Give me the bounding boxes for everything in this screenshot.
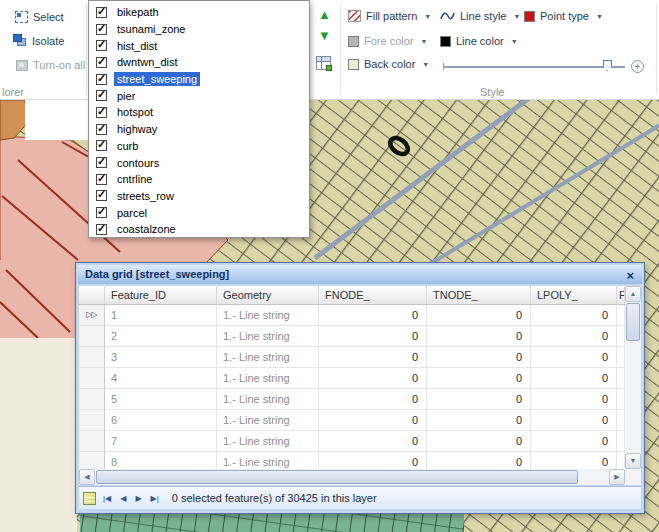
- nav-first-button[interactable]: |◀: [101, 494, 113, 503]
- move-layer-down-button[interactable]: ▼: [318, 29, 331, 42]
- close-icon[interactable]: ×: [626, 266, 634, 285]
- checkbox-checked-icon[interactable]: ✓: [96, 90, 107, 101]
- cell-partial[interactable]: [617, 305, 625, 326]
- row-selector[interactable]: ▷▷: [79, 305, 105, 326]
- slider-handle[interactable]: [603, 60, 612, 71]
- cell-fnode[interactable]: 0: [319, 347, 427, 368]
- table-row[interactable]: 2 1.- Line string 0 0 0: [79, 326, 625, 347]
- table-row[interactable]: ▷▷ 1 1.- Line string 0 0 0: [79, 305, 625, 326]
- cell-feature-id[interactable]: 5: [105, 389, 217, 410]
- cell-tnode[interactable]: 0: [427, 326, 531, 347]
- line-color-button[interactable]: Line color ▼: [440, 35, 518, 47]
- table-row[interactable]: 4 1.- Line string 0 0 0: [79, 368, 625, 389]
- cell-feature-id[interactable]: 6: [105, 410, 217, 431]
- checkbox-checked-icon[interactable]: ✓: [96, 140, 107, 151]
- cell-geometry[interactable]: 1.- Line string: [217, 410, 319, 431]
- layer-item-contours[interactable]: ✓ contours: [89, 154, 309, 171]
- layer-item-tsunami-zone[interactable]: ✓ tsunami_zone: [89, 21, 309, 38]
- row-selector[interactable]: [79, 368, 105, 389]
- checkbox-checked-icon[interactable]: ✓: [96, 7, 107, 18]
- cell-geometry[interactable]: 1.- Line string: [217, 347, 319, 368]
- cell-lpoly[interactable]: 0: [531, 389, 617, 410]
- horizontal-scroll-thumb[interactable]: [96, 470, 578, 484]
- cell-tnode[interactable]: 0: [427, 368, 531, 389]
- table-row[interactable]: 3 1.- Line string 0 0 0: [79, 347, 625, 368]
- checkbox-checked-icon[interactable]: ✓: [96, 124, 107, 135]
- window-titlebar[interactable]: Data grid [street_sweeping] ×: [78, 265, 642, 284]
- cell-geometry[interactable]: 1.- Line string: [217, 431, 319, 452]
- table-row[interactable]: 7 1.- Line string 0 0 0: [79, 431, 625, 452]
- row-selector[interactable]: [79, 389, 105, 410]
- vertical-scroll-thumb[interactable]: [626, 303, 640, 341]
- layer-item-hist-dist[interactable]: ✓ hist_dist: [89, 37, 309, 54]
- transparency-slider[interactable]: [443, 66, 625, 68]
- move-layer-up-button[interactable]: ▲: [318, 8, 331, 21]
- row-selector[interactable]: [79, 452, 105, 469]
- table-row[interactable]: 5 1.- Line string 0 0 0: [79, 389, 625, 410]
- horizontal-scrollbar[interactable]: ◀ ▶: [79, 469, 625, 485]
- column-header-feature-id[interactable]: Feature_ID: [105, 286, 217, 304]
- row-selector[interactable]: [79, 431, 105, 452]
- append-record-icon[interactable]: [83, 492, 96, 505]
- layer-item-curb[interactable]: ✓ curb: [89, 138, 309, 155]
- cell-tnode[interactable]: 0: [427, 410, 531, 431]
- cell-lpoly[interactable]: 0: [531, 368, 617, 389]
- cell-tnode[interactable]: 0: [427, 305, 531, 326]
- cell-partial[interactable]: [617, 368, 625, 389]
- checkbox-checked-icon[interactable]: ✓: [96, 157, 107, 168]
- cell-feature-id[interactable]: 7: [105, 431, 217, 452]
- cell-partial[interactable]: [617, 326, 625, 347]
- cell-lpoly[interactable]: 0: [531, 431, 617, 452]
- checkbox-checked-icon[interactable]: ✓: [96, 190, 107, 201]
- checkbox-checked-icon[interactable]: ✓: [96, 24, 107, 35]
- layer-item-pier[interactable]: ✓ pier: [89, 87, 309, 104]
- row-selector[interactable]: [79, 326, 105, 347]
- checkbox-checked-icon[interactable]: ✓: [96, 207, 107, 218]
- cell-fnode[interactable]: 0: [319, 326, 427, 347]
- layer-item-coastalzone[interactable]: ✓ coastalzone: [89, 221, 309, 238]
- scroll-up-icon[interactable]: ▲: [625, 286, 641, 302]
- cell-feature-id[interactable]: 2: [105, 326, 217, 347]
- column-header-lpoly[interactable]: LPOLY_: [531, 286, 617, 304]
- row-selector[interactable]: [79, 347, 105, 368]
- cell-lpoly[interactable]: 0: [531, 305, 617, 326]
- checkbox-checked-icon[interactable]: ✓: [96, 57, 107, 68]
- column-header-tnode[interactable]: TNODE_: [427, 286, 531, 304]
- scroll-down-icon[interactable]: ▼: [625, 453, 641, 469]
- scroll-right-icon[interactable]: ▶: [609, 469, 625, 485]
- cell-tnode[interactable]: 0: [427, 431, 531, 452]
- cell-partial[interactable]: [617, 389, 625, 410]
- cell-geometry[interactable]: 1.- Line string: [217, 452, 319, 469]
- line-style-button[interactable]: Line style ▼: [440, 10, 520, 22]
- cell-partial[interactable]: [617, 410, 625, 431]
- cell-feature-id[interactable]: 8: [105, 452, 217, 469]
- cell-feature-id[interactable]: 1: [105, 305, 217, 326]
- table-row[interactable]: 8 1.- Line string 0 0 0: [79, 452, 625, 469]
- cell-fnode[interactable]: 0: [319, 368, 427, 389]
- cell-fnode[interactable]: 0: [319, 452, 427, 469]
- cell-feature-id[interactable]: 3: [105, 347, 217, 368]
- cell-partial[interactable]: [617, 431, 625, 452]
- layer-item-streets-row[interactable]: ✓ streets_row: [89, 188, 309, 205]
- cell-partial[interactable]: [617, 452, 625, 469]
- nav-prev-button[interactable]: ◀: [118, 494, 128, 503]
- layer-item-street-sweeping[interactable]: ✓ street_sweeping: [89, 71, 309, 88]
- layer-item-bikepath[interactable]: ✓ bikepath: [89, 4, 309, 21]
- cell-fnode[interactable]: 0: [319, 305, 427, 326]
- cell-geometry[interactable]: 1.- Line string: [217, 368, 319, 389]
- cell-tnode[interactable]: 0: [427, 347, 531, 368]
- fill-pattern-button[interactable]: Fill pattern ▼: [348, 10, 431, 22]
- checkbox-checked-icon[interactable]: ✓: [96, 107, 107, 118]
- layer-item-dwntwn-dist[interactable]: ✓ dwntwn_dist: [89, 54, 309, 71]
- cell-lpoly[interactable]: 0: [531, 452, 617, 469]
- row-selector[interactable]: [79, 410, 105, 431]
- table-row[interactable]: 6 1.- Line string 0 0 0: [79, 410, 625, 431]
- back-color-button[interactable]: Back color ▼: [348, 58, 429, 70]
- column-header-partial[interactable]: F: [617, 286, 625, 304]
- point-type-button[interactable]: Point type ▼: [524, 10, 603, 22]
- cell-fnode[interactable]: 0: [319, 410, 427, 431]
- column-header-geometry[interactable]: Geometry: [217, 286, 319, 304]
- layer-item-highway[interactable]: ✓ highway: [89, 121, 309, 138]
- layer-item-hotspot[interactable]: ✓ hotspot: [89, 104, 309, 121]
- nav-last-button[interactable]: ▶|: [149, 494, 161, 503]
